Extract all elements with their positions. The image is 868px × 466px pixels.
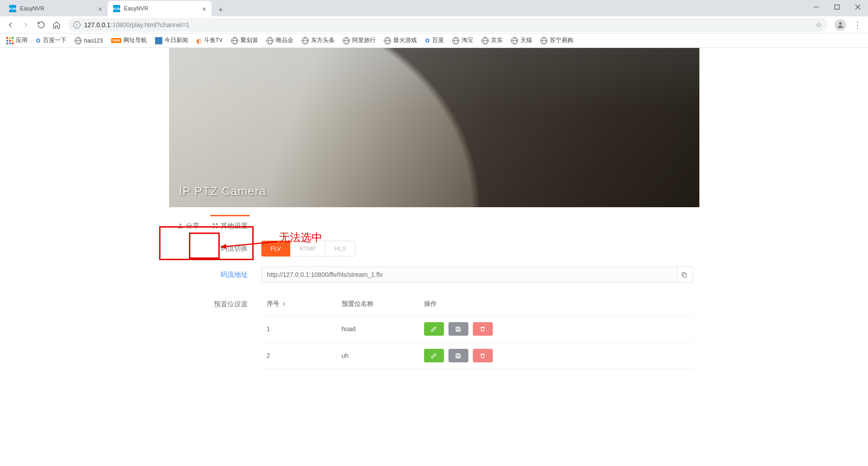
copy-button[interactable]	[676, 266, 693, 283]
profile-button[interactable]	[835, 19, 846, 31]
url-bar[interactable]: i 127.0.0.1:10800/play.html?channel=1 ☆	[68, 18, 827, 32]
browser-tab-1[interactable]: EUN EasyNVR ×	[108, 1, 212, 16]
bookmark-item[interactable]: 阿里旅行	[340, 35, 378, 46]
preset-table: 序号▲▼ 预置位名称 操作 1 hoad	[261, 293, 693, 369]
tab-strip: EUN EasyNVR × EUN EasyNVR × +	[0, 0, 868, 16]
window-maximize[interactable]	[826, 0, 847, 14]
browser-toolbar: i 127.0.0.1:10800/play.html?channel=1 ☆ …	[0, 16, 868, 33]
stream-opt-rtmp[interactable]: RTMP	[290, 241, 326, 257]
bookmark-star-icon[interactable]: ☆	[816, 20, 822, 29]
table-row: 2 uh	[261, 342, 693, 369]
save-button[interactable]	[448, 349, 468, 362]
cell-no: 1	[261, 325, 342, 333]
svg-rect-9	[457, 353, 459, 355]
svg-rect-1	[835, 5, 839, 9]
window-close[interactable]	[847, 0, 868, 14]
calendar-icon	[155, 37, 162, 44]
globe-icon	[266, 37, 274, 44]
stream-opt-flv[interactable]: FLV	[261, 241, 291, 257]
col-header-action: 操作	[424, 300, 693, 308]
bookmark-item[interactable]: 淘宝	[449, 35, 476, 46]
home-button[interactable]	[50, 18, 63, 32]
col-header-no[interactable]: 序号▲▼	[261, 300, 342, 308]
apps-button[interactable]: 应用	[4, 35, 30, 46]
new-tab-button[interactable]: +	[214, 4, 227, 16]
globe-icon	[302, 37, 309, 44]
video-player[interactable]: IP PTZ Camera	[169, 48, 699, 207]
bookmark-item[interactable]: 今日新闻	[152, 35, 191, 46]
bookmark-item[interactable]: 聚划算	[228, 35, 261, 46]
window-controls	[806, 0, 868, 14]
bookmark-item[interactable]: 最火游戏	[381, 35, 420, 46]
page-content: IP PTZ Camera 分享 其他设置 码流切换 FLV RTMP HLS	[0, 48, 868, 397]
row-stream-switch: 码流切换 FLV RTMP HLS	[175, 241, 693, 257]
tab-title: EasyNVR	[20, 5, 44, 12]
globe-icon	[384, 37, 391, 44]
browser-tab-0[interactable]: EUN EasyNVR ×	[4, 1, 108, 16]
bookmark-item[interactable]: 7654网址导航	[108, 35, 150, 46]
bookmark-item[interactable]: 苏宁易购	[538, 35, 576, 46]
delete-button[interactable]	[473, 349, 493, 362]
globe-icon	[540, 37, 547, 44]
fish-icon: ◐	[196, 37, 202, 44]
svg-rect-8	[457, 356, 459, 357]
sort-icon: ▲▼	[282, 302, 286, 306]
video-overlay-label: IP PTZ Camera	[179, 184, 266, 198]
reload-button[interactable]	[34, 18, 48, 32]
svg-rect-5	[683, 274, 687, 277]
bookmark-item[interactable]: 东方头条	[299, 35, 337, 46]
paw-icon: ✿	[425, 37, 430, 44]
favicon-icon: EUN	[113, 5, 120, 12]
cell-no: 2	[261, 352, 342, 359]
tab-title: EasyNVR	[124, 5, 148, 12]
stream-format-group: FLV RTMP HLS	[261, 241, 356, 257]
bookmark-item[interactable]: ✿百度	[422, 35, 447, 46]
tab-share[interactable]: 分享	[175, 215, 201, 236]
edit-button[interactable]	[424, 349, 444, 362]
back-button[interactable]	[4, 18, 17, 32]
cell-name: uh	[342, 352, 424, 359]
edit-button[interactable]	[424, 322, 444, 336]
stream-opt-hls[interactable]: HLS	[326, 241, 355, 257]
site-icon: 7654	[111, 38, 121, 43]
table-header: 序号▲▼ 预置位名称 操作	[261, 293, 693, 316]
site-info-icon[interactable]: i	[73, 21, 80, 29]
stream-switch-label: 码流切换	[175, 244, 261, 253]
globe-icon	[481, 37, 489, 44]
favicon-icon: EUN	[9, 5, 16, 12]
globe-icon	[231, 37, 238, 44]
panel-tabs: 分享 其他设置	[169, 215, 699, 236]
apps-icon	[6, 37, 14, 44]
row-presets: 预置位设置 序号▲▼ 预置位名称 操作 1 hoad	[175, 293, 693, 369]
globe-icon	[343, 37, 350, 44]
settings-panel: 分享 其他设置 码流切换 FLV RTMP HLS 码流地址	[169, 215, 699, 397]
url-host: 127.0.0.1	[84, 21, 110, 29]
save-button[interactable]	[448, 322, 468, 336]
bookmark-item[interactable]: ✿百度一下	[33, 35, 69, 46]
bookmark-item[interactable]: ◐斗鱼TV	[193, 35, 226, 46]
forward-button[interactable]	[19, 18, 33, 32]
close-icon[interactable]: ×	[98, 5, 102, 13]
col-header-name: 预置位名称	[342, 300, 424, 308]
delete-button[interactable]	[473, 322, 493, 336]
globe-icon	[75, 37, 82, 44]
tab-other-settings[interactable]: 其他设置	[210, 215, 250, 236]
bookmarks-bar: 应用 ✿百度一下 hao123 7654网址导航 今日新闻 ◐斗鱼TV 聚划算 …	[0, 33, 868, 48]
globe-icon	[511, 37, 518, 44]
bookmark-item[interactable]: 京东	[479, 35, 505, 46]
window-minimize[interactable]	[806, 0, 826, 14]
svg-rect-6	[457, 329, 459, 331]
preset-label: 预置位设置	[175, 293, 261, 309]
bookmark-item[interactable]: 天猫	[508, 35, 535, 46]
stream-url-label[interactable]: 码流地址	[175, 271, 261, 279]
row-stream-url: 码流地址 http://127.0.0.1:10800/flv/hls/stre…	[175, 266, 693, 283]
globe-icon	[452, 37, 459, 44]
svg-point-4	[839, 22, 842, 25]
bookmark-item[interactable]: hao123	[72, 35, 106, 46]
bookmark-item[interactable]: 唯品会	[264, 35, 296, 46]
menu-button[interactable]: ⋮	[851, 20, 864, 30]
svg-rect-7	[457, 327, 459, 328]
close-icon[interactable]: ×	[202, 5, 206, 13]
stream-url-field[interactable]: http://127.0.0.1:10800/flv/hls/stream_1.…	[261, 266, 678, 283]
paw-icon: ✿	[36, 37, 41, 44]
